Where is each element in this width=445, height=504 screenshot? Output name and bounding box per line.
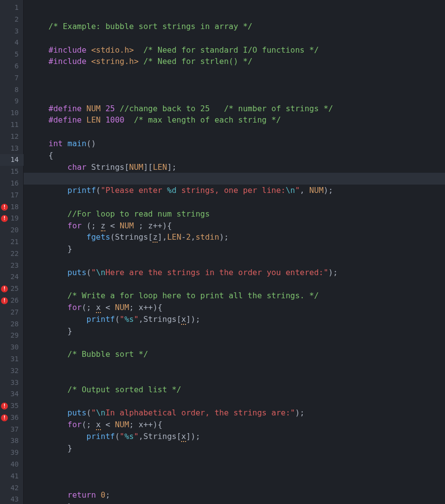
code-line[interactable]: int main() [30, 138, 445, 150]
code-line[interactable]: } [30, 325, 445, 337]
line-number[interactable]: 40 [0, 459, 24, 471]
code-line[interactable]: { [30, 150, 445, 161]
code-line[interactable] [30, 79, 445, 91]
line-number[interactable]: 4 [0, 37, 24, 49]
line-number[interactable]: 12 [0, 131, 24, 143]
code-line[interactable]: for (; z < NUM ; z++){ [30, 220, 445, 232]
code-line[interactable] [30, 255, 445, 267]
code-line[interactable]: } [30, 501, 445, 504]
line-number[interactable]: 3 [0, 26, 24, 37]
line-number[interactable]: 35! [0, 400, 24, 412]
code-line[interactable]: } [30, 442, 445, 454]
line-number[interactable]: 37 [0, 424, 24, 436]
code-line[interactable]: /* Output sorted list */ [30, 384, 445, 396]
code-line[interactable]: for(; x < NUM; x++){ [30, 302, 445, 314]
line-number[interactable]: 22 [0, 248, 24, 260]
line-number[interactable]: 21 [0, 236, 24, 248]
line-number[interactable]: 24 [0, 271, 24, 283]
line-number[interactable]: 27 [0, 307, 24, 318]
code-line[interactable]: /* Bubble sort */ [30, 348, 445, 360]
line-number[interactable]: 32 [0, 365, 24, 377]
line-number[interactable]: 31 [0, 353, 24, 365]
code-line[interactable] [30, 372, 445, 384]
error-icon[interactable]: ! [1, 403, 8, 410]
code-line[interactable] [30, 454, 445, 466]
token: ]); [186, 432, 200, 441]
code-line[interactable]: #define NUM 25 //change back to 25 /* nu… [30, 103, 445, 115]
code-line[interactable] [30, 360, 445, 372]
line-number[interactable]: 6 [0, 61, 24, 72]
line-number[interactable]: 43 [0, 494, 24, 504]
line-number[interactable]: 14 [0, 154, 24, 166]
code-line[interactable]: printf("Please enter %d strings, one per… [30, 185, 445, 196]
code-line[interactable]: printf("%s",Strings[x]); [30, 431, 445, 442]
line-number[interactable]: 15 [0, 166, 24, 178]
line-number[interactable]: 30 [0, 342, 24, 353]
code-line[interactable] [30, 32, 445, 44]
token: #define [49, 115, 87, 125]
code-line[interactable] [30, 126, 445, 138]
error-icon[interactable]: ! [1, 297, 8, 304]
line-number[interactable]: 13 [0, 143, 24, 155]
code-line[interactable]: } [30, 243, 445, 255]
line-number[interactable]: 19! [0, 213, 24, 224]
line-number[interactable]: 11 [0, 119, 24, 131]
code-line[interactable] [30, 337, 445, 349]
line-number[interactable]: 16 [0, 178, 24, 189]
code-line[interactable]: fgets(Strings[z],LEN-2,stdin); [30, 231, 445, 243]
code-line[interactable] [24, 173, 445, 185]
code-line[interactable] [30, 91, 445, 103]
line-number[interactable]: 29 [0, 330, 24, 342]
error-icon[interactable]: ! [1, 285, 8, 292]
line-number[interactable]: 25! [0, 283, 24, 295]
token: NUM [309, 186, 323, 195]
line-number[interactable]: 28 [0, 318, 24, 330]
code-line[interactable]: printf("%s",Strings[x]); [30, 314, 445, 325]
code-line[interactable]: #define LEN 1000 /* max length of each s… [30, 114, 445, 126]
code-line[interactable]: char Strings[NUM][LEN]; [30, 161, 445, 173]
code-editor[interactable]: /* Example: bubble sort strings in array… [24, 0, 445, 504]
code-line[interactable]: //For loop to read num strings [30, 208, 445, 220]
code-line[interactable] [30, 396, 445, 408]
line-number[interactable]: 33 [0, 377, 24, 389]
token [30, 232, 87, 242]
line-number[interactable]: 39 [0, 447, 24, 459]
code-line[interactable] [30, 196, 445, 208]
line-number[interactable]: 42 [0, 482, 24, 494]
token [30, 45, 49, 55]
code-line[interactable]: #include <string.h> /* Need for strlen()… [30, 56, 445, 67]
line-number[interactable]: 34 [0, 388, 24, 400]
code-line[interactable]: puts("\nIn alphabetical order, the strin… [30, 407, 445, 419]
code-line[interactable] [30, 67, 445, 79]
line-number[interactable]: 17 [0, 189, 24, 201]
line-number[interactable]: 5 [0, 49, 24, 61]
line-number[interactable]: 20 [0, 224, 24, 236]
line-number[interactable]: 23 [0, 260, 24, 272]
line-number[interactable]: 9 [0, 95, 24, 107]
line-number[interactable]: 38 [0, 435, 24, 447]
code-line[interactable] [30, 279, 445, 290]
line-number[interactable]: 8 [0, 84, 24, 96]
code-line[interactable]: for(; x < NUM; x++){ [30, 419, 445, 431]
code-line[interactable]: puts("\nHere are the strings in the orde… [30, 267, 445, 279]
line-number[interactable]: 10 [0, 107, 24, 119]
code-line[interactable]: /* Write a for loop here to print all th… [30, 290, 445, 302]
code-line[interactable]: /* Example: bubble sort strings in array… [30, 21, 445, 32]
error-icon[interactable]: ! [1, 204, 8, 211]
line-number[interactable]: 1 [0, 2, 24, 14]
token [30, 303, 67, 312]
token: ; z++){ [134, 221, 172, 230]
line-number[interactable]: 41 [0, 471, 24, 482]
error-icon[interactable]: ! [1, 414, 8, 421]
code-line[interactable] [30, 466, 445, 477]
line-number[interactable]: 2 [0, 14, 24, 26]
line-number[interactable]: 7 [0, 72, 24, 84]
line-number[interactable]: 36! [0, 412, 24, 424]
code-line[interactable]: return 0; [30, 489, 445, 501]
line-number[interactable]: 18! [0, 201, 24, 213]
code-line[interactable] [30, 477, 445, 489]
token [125, 115, 134, 125]
line-number[interactable]: 26! [0, 295, 24, 307]
error-icon[interactable]: ! [1, 215, 8, 222]
code-line[interactable]: #include <stdio.h> /* Need for standard … [30, 44, 445, 56]
